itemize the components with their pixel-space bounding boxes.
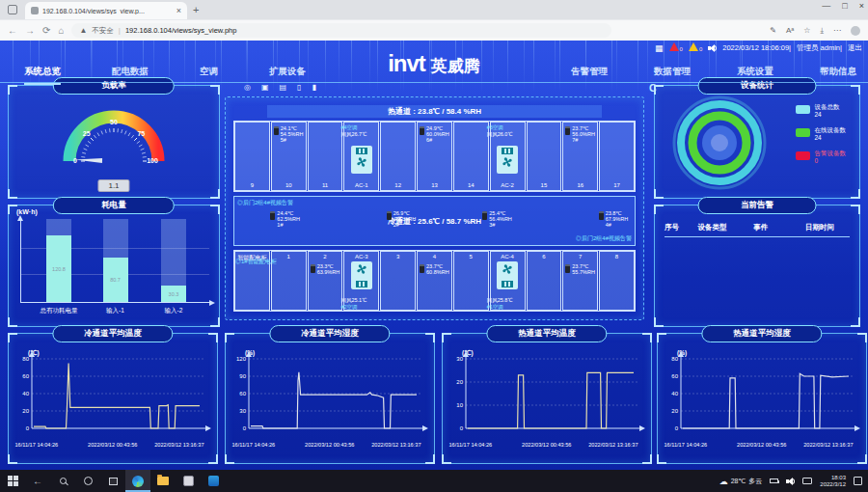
new-tab-button[interactable]: +: [193, 4, 199, 15]
rack-cell-10[interactable]: 1024.1℃54.5%RH5#: [271, 122, 307, 191]
sensor-icon: [420, 126, 424, 135]
nav-item-0[interactable]: 系统总览: [24, 66, 61, 85]
rack-number: 16: [563, 182, 597, 188]
rack-cell-6[interactable]: 6: [527, 251, 562, 311]
rack-cell-7[interactable]: 723.7℃55.7%RH: [562, 251, 598, 311]
svg-text:60: 60: [671, 373, 678, 379]
rack-cell-14[interactable]: 14: [453, 122, 489, 191]
window-close-button[interactable]: ×: [859, 1, 864, 11]
device-rings-chart: [670, 94, 769, 196]
nav-item-2[interactable]: 空调: [200, 66, 218, 85]
svg-text:75: 75: [137, 130, 145, 137]
logout-link[interactable]: 退出: [848, 43, 862, 53]
temp-humidity-sensor: 24.9℃60.0%RH6#: [420, 125, 449, 143]
temp-humidity-sensor: 23.7℃60.8%RH: [420, 263, 449, 275]
sensor-icon: [565, 126, 570, 135]
device-rings-svg: [670, 94, 769, 192]
nav-item-3[interactable]: 帮助信息: [820, 66, 856, 83]
sensor-icon: [420, 264, 424, 273]
browser-tab[interactable]: 192.168.0.104/views/sys_view.p... ×: [25, 2, 187, 19]
ac-cell-AC-4[interactable]: AC-4回风25.8℃#1空调: [490, 251, 526, 311]
start-button[interactable]: [0, 470, 25, 492]
rack-cell-13[interactable]: 1324.9℃60.0%RH6#: [417, 122, 452, 191]
rack-cell-5[interactable]: 5: [453, 251, 489, 311]
rack-cell-17[interactable]: 17: [599, 122, 635, 191]
svg-text:20: 20: [671, 408, 678, 414]
edge-taskbar-icon[interactable]: [125, 470, 150, 492]
window-maximize-button[interactable]: □: [842, 1, 847, 11]
rack-number: 9: [235, 182, 269, 188]
qr-icon[interactable]: ▦: [655, 43, 664, 53]
battery-tray-icon[interactable]: [770, 478, 778, 483]
rack-cell-11[interactable]: 11: [308, 122, 343, 191]
volume-tray-icon[interactable]: [786, 477, 795, 485]
weather-widget[interactable]: ☁ 28℃ 多云: [719, 477, 763, 486]
bar-fill: 120.8: [46, 235, 71, 302]
rack-cell-8[interactable]: 8: [599, 251, 635, 311]
clock-widget[interactable]: 18:03 2022/3/12: [820, 475, 846, 488]
nav-item-2[interactable]: 系统设置: [737, 66, 773, 83]
sensor-icon: [387, 211, 392, 220]
nav-item-0[interactable]: 告警管理: [571, 66, 608, 83]
camera-alarm-label-bottom: ◎后门2组4#视频告警: [576, 234, 632, 243]
ac-cell-AC-1[interactable]: AC-1#4空调回风26.7℃: [343, 122, 379, 191]
home-button[interactable]: ⌂: [58, 25, 64, 36]
back-taskbar-icon[interactable]: ←: [25, 470, 50, 492]
temp-humidity-sensor: 23.7℃55.7%RH: [565, 263, 595, 275]
cold-aisle-band: ◎后门2组4#视频告警 冷通道 : 25.6℃ / 58.7 %RH ◎后门2组…: [233, 196, 636, 246]
browser-menu-icon[interactable]: [8, 5, 17, 14]
ac-unit-icon: [351, 261, 372, 289]
search-icon[interactable]: [50, 470, 75, 492]
x-tick-label: 16/11/17 14:04:26: [664, 442, 707, 448]
back-button[interactable]: ←: [8, 25, 17, 36]
rack-cell-3[interactable]: 3: [380, 251, 416, 311]
address-bar[interactable]: ▲ 不安全 | 192.168.0.104/views/sys_view.php: [71, 23, 611, 38]
pinned-app-icon-1[interactable]: [176, 470, 201, 492]
temp-humidity-sensor: 23.3℃63.9%RH: [311, 263, 340, 275]
legend-swatch: [796, 151, 810, 160]
ac-annotation: 回风25.1℃#2空调: [340, 297, 366, 310]
nav-item-1[interactable]: 数据管理: [654, 66, 691, 83]
collections-icon[interactable]: ⤓: [820, 26, 824, 36]
rack-cell-2[interactable]: 223.3℃63.9%RH: [308, 251, 343, 311]
toolbar-icons: ✎Aᵃ☆⤓⋯: [770, 26, 860, 36]
alarm-red-icon[interactable]: 0: [669, 42, 683, 53]
cortana-icon[interactable]: [75, 470, 100, 492]
panel-title-cold-hum: 冷通道平均湿度: [269, 325, 390, 342]
svg-text:20: 20: [22, 408, 29, 414]
rack-number: AC-2: [491, 182, 525, 188]
action-center-icon[interactable]: [854, 477, 862, 485]
more-menu-icon[interactable]: ⋯: [833, 26, 841, 35]
mute-icon[interactable]: [708, 43, 717, 52]
tab-close-icon[interactable]: ×: [176, 6, 181, 15]
read-aloud-icon[interactable]: Aᵃ: [786, 26, 794, 35]
keyboard-tray-icon[interactable]: [802, 478, 812, 484]
bar-value-label: 120.8: [52, 266, 66, 272]
forward-button[interactable]: →: [25, 25, 35, 36]
window-minimize-button[interactable]: —: [822, 1, 830, 11]
rack-number: 3: [381, 254, 415, 260]
browser-chrome: 192.168.0.104/views/sys_view.p... × + — …: [0, 0, 868, 41]
profile-avatar[interactable]: [851, 26, 860, 36]
nav-item-3[interactable]: 扩展设备: [269, 66, 306, 85]
edit-url-icon[interactable]: ✎: [770, 26, 776, 35]
x-tick-label: 2022/03/12 00:43:56: [737, 442, 786, 448]
refresh-button[interactable]: ⟳: [42, 25, 50, 36]
nav-item-1[interactable]: 配电数据: [112, 66, 149, 85]
rack-cell-12[interactable]: 12: [380, 122, 416, 191]
ac-cell-AC-3[interactable]: AC-3回风25.1℃#2空调: [343, 251, 379, 311]
file-explorer-icon[interactable]: [150, 470, 176, 492]
pinned-app-icon-2[interactable]: [201, 470, 226, 492]
rack-cell-15[interactable]: 15: [527, 122, 562, 191]
ac-cell-AC-2[interactable]: AC-2#3空调回风26.0℃: [490, 122, 526, 191]
rack-cell-16[interactable]: 1623.7℃56.0%RH7#: [562, 122, 598, 191]
rack-number: 13: [418, 182, 451, 188]
sensor-icon: [270, 211, 275, 220]
favorite-star-icon[interactable]: ☆: [803, 26, 810, 35]
rack-cell-4[interactable]: 423.7℃60.8%RH: [417, 251, 452, 311]
svg-text:90: 90: [239, 373, 246, 379]
task-view-icon[interactable]: [100, 470, 125, 492]
rack-cell-9[interactable]: 9: [234, 122, 270, 191]
svg-text:80: 80: [22, 356, 29, 362]
alarm-yellow-icon[interactable]: 0: [689, 42, 702, 53]
